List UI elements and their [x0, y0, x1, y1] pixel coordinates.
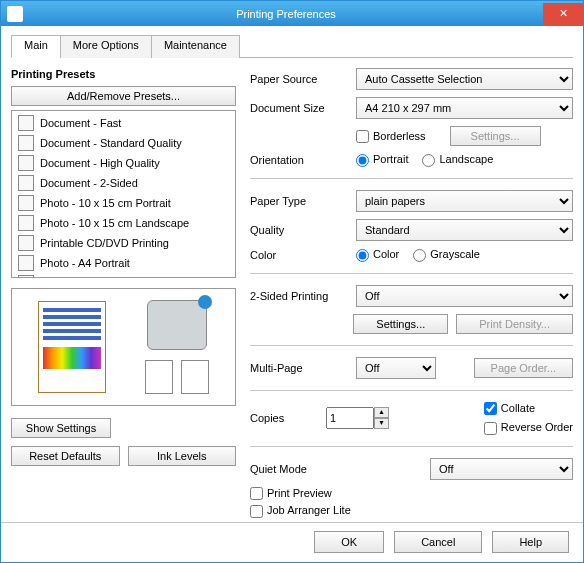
close-icon: ✕: [559, 7, 568, 20]
document-icon: [18, 155, 34, 171]
preset-label: Document - Standard Quality: [40, 137, 182, 149]
preset-label: Photo - A4 Portrait: [40, 257, 130, 269]
print-preview-checkbox[interactable]: Print Preview: [250, 487, 573, 501]
orientation-label: Orientation: [250, 154, 346, 166]
print-preview-label: Print Preview: [267, 487, 332, 499]
ok-button[interactable]: OK: [314, 531, 384, 553]
preset-item[interactable]: Document - High Quality: [12, 153, 235, 173]
panel-main: Printing Presets Add/Remove Presets... D…: [11, 58, 573, 518]
tab-maintenance[interactable]: Maintenance: [151, 35, 240, 58]
preset-label: Document - High Quality: [40, 157, 160, 169]
preset-item[interactable]: Document - Fast: [12, 113, 235, 133]
borderless-settings-button[interactable]: Settings...: [450, 126, 541, 146]
reverse-order-checkbox[interactable]: Reverse Order: [484, 421, 573, 435]
tabs: Main More Options Maintenance: [11, 34, 573, 58]
copies-label: Copies: [250, 412, 310, 424]
document-size-label: Document Size: [250, 102, 346, 114]
photo-icon: [18, 275, 34, 278]
show-settings-button[interactable]: Show Settings: [11, 418, 111, 438]
printer-icon: [7, 6, 23, 22]
job-arranger-label: Job Arranger Lite: [267, 504, 351, 516]
collate-checkbox[interactable]: Collate: [484, 402, 573, 416]
document-icon: [18, 135, 34, 151]
copies-up-button[interactable]: ▲: [374, 407, 389, 418]
collate-label: Collate: [501, 402, 535, 414]
page-order-button[interactable]: Page Order...: [474, 358, 573, 378]
quiet-mode-label: Quiet Mode: [250, 463, 420, 475]
photo-icon: [18, 255, 34, 271]
multipage-label: Multi-Page: [250, 362, 346, 374]
quiet-mode-select[interactable]: Off: [430, 458, 573, 480]
paper-source-label: Paper Source: [250, 73, 346, 85]
preset-item[interactable]: Photo - A4 Landscape: [12, 273, 235, 278]
paper-source-select[interactable]: Auto Cassette Selection: [356, 68, 573, 90]
quality-label: Quality: [250, 224, 346, 236]
borderless-label: Borderless: [373, 130, 426, 142]
left-column: Printing Presets Add/Remove Presets... D…: [11, 68, 236, 518]
preset-label: Document - Fast: [40, 117, 121, 129]
window-title: Printing Preferences: [29, 8, 543, 20]
preset-item[interactable]: Photo - A4 Portrait: [12, 253, 235, 273]
orientation-portrait-radio[interactable]: Portrait: [356, 153, 408, 167]
preset-item[interactable]: Photo - 10 x 15 cm Landscape: [12, 213, 235, 233]
tab-main[interactable]: Main: [11, 35, 61, 58]
document-size-select[interactable]: A4 210 x 297 mm: [356, 97, 573, 119]
color-option-label: Color: [373, 248, 399, 260]
preset-label: Document - 2-Sided: [40, 177, 138, 189]
cancel-button[interactable]: Cancel: [394, 531, 482, 553]
close-button[interactable]: ✕: [543, 3, 583, 25]
window: Printing Preferences ✕ Main More Options…: [0, 0, 584, 563]
ink-levels-button[interactable]: Ink Levels: [128, 446, 237, 466]
photo-icon: [18, 215, 34, 231]
content: Main More Options Maintenance Printing P…: [1, 26, 583, 522]
preset-label: Photo - 10 x 15 cm Landscape: [40, 217, 189, 229]
duplex-label: 2-Sided Printing: [250, 290, 346, 302]
preset-item[interactable]: Document - Standard Quality: [12, 133, 235, 153]
duplex-settings-button[interactable]: Settings...: [353, 314, 448, 334]
footer: OK Cancel Help: [1, 522, 583, 562]
preset-label: Printable CD/DVD Printing: [40, 237, 169, 249]
paper-type-select[interactable]: plain papers: [356, 190, 573, 212]
copies-down-button[interactable]: ▼: [374, 418, 389, 429]
preview-pages-icon: [145, 360, 209, 394]
multipage-select[interactable]: Off: [356, 357, 436, 379]
titlebar: Printing Preferences ✕: [1, 1, 583, 26]
orientation-landscape-radio[interactable]: Landscape: [422, 153, 493, 167]
color-grayscale-radio[interactable]: Grayscale: [413, 248, 480, 262]
preset-item[interactable]: Printable CD/DVD Printing: [12, 233, 235, 253]
presets-list[interactable]: Document - Fast Document - Standard Qual…: [11, 110, 236, 278]
landscape-label: Landscape: [439, 153, 493, 165]
print-density-button[interactable]: Print Density...: [456, 314, 573, 334]
document-icon: [18, 175, 34, 191]
portrait-label: Portrait: [373, 153, 408, 165]
photo-icon: [18, 195, 34, 211]
preset-label: Photo - 10 x 15 cm Portrait: [40, 197, 171, 209]
borderless-checkbox[interactable]: Borderless: [356, 130, 426, 144]
disc-icon: [18, 235, 34, 251]
preset-item[interactable]: Photo - 10 x 15 cm Portrait: [12, 193, 235, 213]
add-remove-presets-button[interactable]: Add/Remove Presets...: [11, 86, 236, 106]
preset-preview: [11, 288, 236, 406]
job-arranger-checkbox[interactable]: Job Arranger Lite: [250, 504, 573, 518]
preview-printer-icon: [147, 300, 207, 350]
tab-more-options[interactable]: More Options: [60, 35, 152, 58]
reset-defaults-button[interactable]: Reset Defaults: [11, 446, 120, 466]
preset-item[interactable]: Document - 2-Sided: [12, 173, 235, 193]
preset-label: Photo - A4 Landscape: [40, 277, 148, 278]
quality-select[interactable]: Standard: [356, 219, 573, 241]
document-icon: [18, 115, 34, 131]
right-column: Paper Source Auto Cassette Selection Doc…: [250, 68, 573, 518]
duplex-select[interactable]: Off: [356, 285, 573, 307]
preview-document-icon: [38, 301, 106, 393]
help-button[interactable]: Help: [492, 531, 569, 553]
printing-presets-title: Printing Presets: [11, 68, 236, 80]
paper-type-label: Paper Type: [250, 195, 346, 207]
color-color-radio[interactable]: Color: [356, 248, 399, 262]
color-label: Color: [250, 249, 346, 261]
reverse-order-label: Reverse Order: [501, 421, 573, 433]
copies-input[interactable]: [326, 407, 374, 429]
grayscale-option-label: Grayscale: [430, 248, 480, 260]
